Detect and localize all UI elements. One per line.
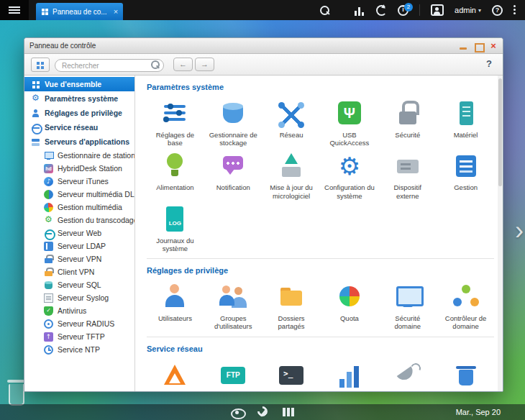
app-shortcut[interactable]: USB QuickAccess (321, 99, 378, 147)
sidebar-item-privilege[interactable]: Réglages de privilège (24, 106, 134, 120)
hamburger-icon (9, 6, 20, 8)
app-shortcut[interactable]: Matériel (437, 99, 494, 147)
sidebar-subitem[interactable]: Gestion du transcodage (24, 214, 134, 227)
app-shortcut[interactable]: Gestion (437, 151, 494, 199)
control-panel-window: Panneau de contrôle × ← → ? Vue d'ensemb… (24, 37, 503, 392)
quota-pie-icon (333, 282, 366, 312)
privilege-user-icon (31, 109, 40, 118)
user-avatar-icon[interactable] (431, 4, 444, 16)
sidebar-item-system-settings[interactable]: Paramètres système (24, 91, 134, 106)
app-shortcut[interactable]: Journaux du système (147, 204, 204, 252)
system-logs-icon (158, 204, 191, 234)
management-panel-icon (449, 151, 483, 181)
app-shortcut[interactable]: Réseau (263, 99, 320, 147)
window-help-button[interactable]: ? (482, 58, 496, 71)
quick-tools-wrench-icon[interactable] (257, 407, 268, 417)
sidebar-subitem-label: Serveur Web (58, 229, 101, 237)
sidebar-subitem[interactable]: Serveur RADIUS (24, 317, 134, 330)
app-shortcut[interactable]: Configuration du système (321, 151, 378, 199)
recycle-bin-icon[interactable] (9, 384, 24, 406)
app-label: Mise à jour du micrologiciel (263, 183, 320, 199)
sidebar-subitem[interactable]: Service NTP (24, 343, 134, 356)
app-shortcut[interactable]: Win/Mac/NFS (147, 360, 204, 391)
ldap-book-icon (44, 242, 53, 251)
sidebar-subitem[interactable]: Antivirus (24, 304, 134, 317)
app-label: Quota (321, 314, 378, 322)
app-shortcut[interactable]: Telnet / SSH (263, 360, 320, 391)
app-shortcut[interactable]: Mise à jour du micrologiciel (263, 151, 320, 199)
dashboard-columns-icon[interactable] (283, 408, 294, 416)
sync-icon[interactable] (376, 5, 387, 16)
notifications-icon[interactable]: 2 (398, 5, 408, 16)
app-shortcut[interactable]: Corbeille de réseau (437, 360, 494, 391)
sidebar-subitem[interactable]: Serveur LDAP (24, 239, 134, 252)
app-shortcut[interactable]: Dispositif externe (379, 151, 436, 199)
app-shortcut[interactable]: Découverte de service (379, 360, 436, 391)
background-tasks-icon[interactable] (354, 5, 365, 16)
sidebar-item-label: Paramètres système (45, 94, 118, 103)
minimize-button[interactable] (459, 42, 467, 50)
sidebar-subitem[interactable]: Serveur Syslog (24, 291, 134, 304)
sidebar-subitem[interactable]: Serveur VPN (24, 252, 134, 265)
app-shortcut[interactable]: Sécurité (379, 99, 436, 147)
app-shortcut[interactable]: Groupes d'utilisateurs (205, 282, 262, 330)
sidebar-subitem[interactable]: HybridDesk Station (24, 162, 134, 175)
close-button[interactable]: × (489, 42, 498, 50)
usb-icon (333, 99, 366, 129)
magnifier-icon (151, 60, 160, 69)
app-shortcut[interactable]: Utilisateurs (147, 282, 204, 330)
user-menu[interactable]: admin ▾ (455, 6, 481, 14)
view-toggle-button[interactable] (31, 58, 50, 72)
vpn-client-lock-icon (44, 268, 53, 277)
back-button[interactable]: ← (173, 58, 193, 71)
app-shortcut[interactable]: Sécurité domaine (379, 282, 436, 330)
app-shortcut[interactable]: Notification (205, 151, 262, 199)
sidebar-subitem[interactable]: Serveur Web (24, 227, 134, 239)
app-shortcut[interactable]: SNMP (321, 360, 378, 391)
window-titlebar[interactable]: Panneau de contrôle × (24, 38, 503, 54)
content-scrollbar[interactable] (498, 76, 503, 391)
scrollbar-thumb[interactable] (498, 78, 502, 186)
sidebar-subitem[interactable]: Client VPN (24, 265, 134, 278)
tab-close-icon[interactable]: × (114, 8, 118, 15)
app-shortcut[interactable]: FTP (205, 360, 262, 391)
maximize-button[interactable] (474, 42, 483, 50)
control-panel-tab[interactable]: Panneau de co... × (36, 3, 123, 20)
sidebar-subitem[interactable]: Serveur multimédia DLNA (24, 188, 134, 201)
main-menu-button[interactable] (0, 0, 29, 20)
app-shortcut[interactable]: Dossiers partagés (263, 282, 320, 330)
more-menu-icon[interactable] (513, 5, 516, 15)
sidebar-subitem[interactable]: Gestionnaire de station (24, 149, 134, 162)
next-desktop-chevron-icon[interactable] (515, 216, 524, 246)
sidebar-item-application-servers[interactable]: Serveurs d'applications (24, 134, 134, 149)
sidebar-subitem[interactable]: Serveur TFTP (24, 330, 134, 343)
app-label: USB QuickAccess (321, 131, 378, 147)
help-icon[interactable]: ? (492, 5, 503, 16)
sidebar-subitem[interactable]: Serveur SQL (24, 278, 134, 291)
telnet-terminal-icon (275, 360, 308, 391)
app-label: Alimentation (147, 183, 204, 191)
external-device-icon (391, 151, 424, 181)
control-panel-search-input[interactable] (55, 59, 164, 72)
forward-button[interactable]: → (195, 58, 214, 71)
taskbar-center-icons (231, 404, 294, 420)
section-system-settings: Paramètres système Réglages de base Gest… (147, 80, 494, 255)
app-shortcut[interactable]: Gestionnaire de stockage (205, 99, 262, 147)
sidebar-subitem[interactable]: Gestion multimédia (24, 201, 134, 214)
user-name: admin (455, 6, 476, 14)
app-shortcut[interactable]: Alimentation (147, 151, 204, 199)
sidebar-subitem-label: Serveur SQL (58, 280, 101, 289)
sidebar-subitem[interactable]: Serveur iTunes (24, 175, 134, 188)
transcode-gear-icon (44, 216, 53, 225)
search-icon[interactable] (319, 5, 330, 16)
sidebar-item-overview[interactable]: Vue d'ensemble (24, 77, 134, 91)
app-shortcut[interactable]: Contrôleur de domaine (437, 282, 494, 330)
sidebar-item-network-service[interactable]: Service réseau (24, 120, 134, 134)
app-grid: Utilisateurs Groupes d'utilisateurs Doss… (147, 282, 494, 330)
search-field-wrap (55, 58, 164, 71)
show-desktop-eye-icon[interactable] (231, 408, 243, 416)
winmacnfs-triangle-icon (158, 360, 191, 391)
app-shortcut[interactable]: Réglages de base (147, 99, 204, 147)
taskbar-date[interactable]: Mar., Sep 20 (456, 404, 501, 420)
app-shortcut[interactable]: Quota (321, 282, 378, 330)
